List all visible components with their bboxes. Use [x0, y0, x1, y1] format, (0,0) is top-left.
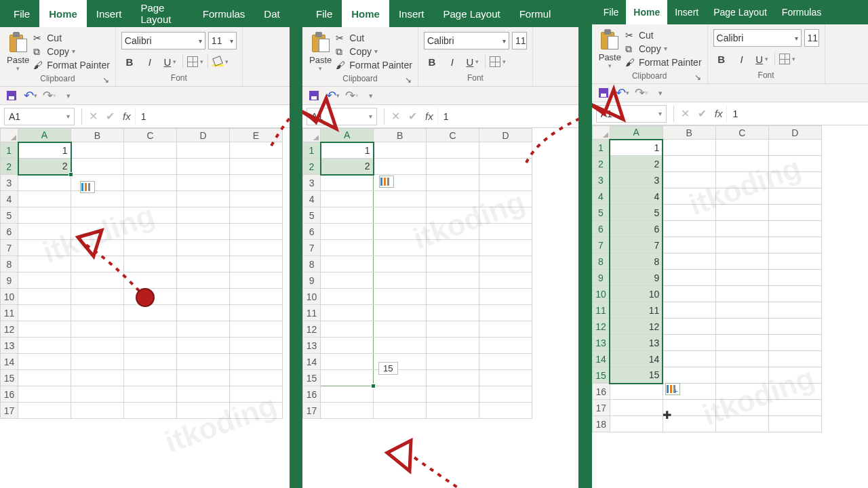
dialog-launcher-icon[interactable]: ↘ [102, 75, 110, 83]
tab-file[interactable]: File [596, 0, 627, 24]
cancel-icon[interactable]: ✕ [85, 110, 102, 123]
row-header[interactable]: 5 [1, 207, 18, 224]
bold-button[interactable]: B [713, 51, 730, 67]
font-name-combo[interactable]: Calibri▾ [424, 32, 509, 49]
col-header-C[interactable]: C [427, 129, 479, 142]
row-header[interactable]: 15 [1, 370, 18, 386]
row-header[interactable]: 8 [1, 256, 18, 272]
qat-customize[interactable]: ▾ [62, 89, 75, 102]
row-header[interactable]: 7 [592, 237, 610, 253]
col-header-C[interactable]: C [124, 129, 177, 142]
row-header[interactable]: 11 [592, 302, 610, 319]
col-header-A[interactable]: A [18, 129, 71, 142]
name-box[interactable]: A1▾ [4, 108, 75, 125]
borders-button[interactable] [490, 54, 506, 70]
row-header[interactable]: 10 [592, 286, 610, 302]
row-header[interactable]: 4 [303, 191, 321, 207]
tab-formulas[interactable]: Formulas [774, 0, 829, 24]
cell-A13[interactable]: 13 [610, 335, 663, 351]
col-header-A[interactable]: A [321, 129, 374, 142]
cell-A6[interactable]: 6 [610, 221, 663, 237]
cell-A11[interactable]: 11 [610, 302, 663, 319]
fx-icon[interactable]: fx [119, 110, 135, 122]
tab-insert[interactable]: Insert [667, 0, 706, 24]
cell-A8[interactable]: 8 [610, 253, 663, 270]
cell-A9[interactable]: 9 [610, 270, 663, 286]
bold-button[interactable]: B [121, 54, 138, 70]
bold-button[interactable]: B [424, 54, 440, 70]
row-header[interactable]: 3 [303, 175, 321, 191]
row-header[interactable]: 2 [303, 159, 321, 175]
cut-button[interactable]: ✂ Cut [32, 31, 111, 45]
autofill-options-button[interactable] [665, 383, 680, 395]
borders-button[interactable] [779, 51, 795, 67]
font-name-combo[interactable]: Calibri▾ [121, 32, 205, 49]
row-header[interactable]: 11 [1, 305, 18, 321]
cell-A2[interactable]: 2 [321, 159, 374, 175]
font-size-combo[interactable]: 11▾ [208, 32, 237, 49]
underline-button[interactable]: U [465, 54, 481, 70]
tab-page-layout[interactable]: Page Layout [433, 0, 509, 27]
col-header-A[interactable]: A [610, 126, 663, 140]
row-header[interactable]: 16 [592, 384, 610, 400]
dialog-launcher-icon[interactable]: ↘ [405, 75, 412, 83]
cell-A1[interactable]: 1 [610, 140, 663, 156]
cell-A14[interactable]: 14 [610, 351, 663, 367]
fx-icon[interactable]: fx [421, 110, 437, 122]
format-painter-button[interactable]: 🖌 Format Painter [624, 56, 703, 69]
cell-A3[interactable]: 3 [610, 172, 663, 188]
tab-file[interactable]: File [4, 0, 39, 27]
row-header[interactable]: 12 [303, 321, 321, 338]
col-header-D[interactable]: D [177, 129, 230, 142]
autofill-options-button[interactable] [80, 181, 95, 193]
select-all-corner[interactable] [303, 129, 321, 142]
row-header[interactable]: 1 [303, 142, 321, 159]
row-header[interactable]: 8 [303, 256, 321, 272]
copy-button[interactable]: ⧉ Copy ▾ [334, 45, 414, 58]
row-header[interactable]: 2 [592, 156, 610, 172]
fill-color-button[interactable] [212, 54, 229, 70]
undo-button[interactable]: ↶▾ [616, 87, 629, 99]
cell-A2[interactable]: 2 [610, 156, 663, 172]
col-header-D[interactable]: D [479, 129, 532, 142]
tab-insert[interactable]: Insert [389, 0, 434, 27]
tab-insert[interactable]: Insert [87, 0, 132, 27]
italic-button[interactable]: I [444, 54, 460, 70]
qat-customize[interactable]: ▾ [365, 89, 377, 102]
worksheet-grid[interactable]: A B C D 1 1 2 2 3 4 5 6 7 8 9 10 11 12 1… [302, 128, 578, 419]
tab-home[interactable]: Home [626, 0, 667, 24]
cell-A1[interactable]: 1 [321, 142, 374, 159]
row-header[interactable]: 14 [303, 354, 321, 370]
cell-A10[interactable]: 10 [610, 286, 663, 302]
cell-A15[interactable]: 15 [610, 367, 663, 384]
select-all-corner[interactable] [1, 129, 18, 142]
dialog-launcher-icon[interactable]: ↘ [694, 73, 702, 80]
enter-icon[interactable]: ✔ [404, 110, 421, 123]
row-header[interactable]: 17 [592, 400, 610, 416]
cell-A4[interactable]: 4 [610, 188, 663, 205]
formula-input[interactable]: 1 [135, 108, 290, 125]
row-header[interactable]: 12 [1, 321, 18, 338]
underline-button[interactable]: U [754, 51, 770, 67]
row-header[interactable]: 7 [303, 240, 321, 256]
name-box[interactable]: A1▾ [307, 108, 377, 125]
format-painter-button[interactable]: 🖌 Format Painter [32, 58, 111, 72]
row-header[interactable]: 3 [1, 175, 18, 191]
row-header[interactable]: 3 [592, 172, 610, 188]
undo-button[interactable]: ↶▾ [327, 89, 339, 102]
undo-button[interactable]: ↶▾ [24, 89, 37, 102]
row-header[interactable]: 13 [592, 335, 610, 351]
autofill-options-button[interactable] [379, 176, 394, 188]
row-header[interactable]: 5 [592, 205, 610, 221]
row-header[interactable]: 6 [592, 221, 610, 237]
tab-formulas[interactable]: Formulas [193, 0, 255, 27]
tab-page-layout[interactable]: Page Layout [706, 0, 774, 24]
row-header[interactable]: 6 [1, 224, 18, 240]
borders-button[interactable] [187, 54, 203, 70]
tab-data[interactable]: Dat [254, 0, 289, 27]
fill-handle[interactable] [371, 384, 376, 388]
row-header[interactable]: 9 [303, 272, 321, 289]
tab-home[interactable]: Home [39, 0, 87, 27]
select-all-corner[interactable] [592, 126, 610, 140]
row-header[interactable]: 15 [303, 370, 321, 386]
